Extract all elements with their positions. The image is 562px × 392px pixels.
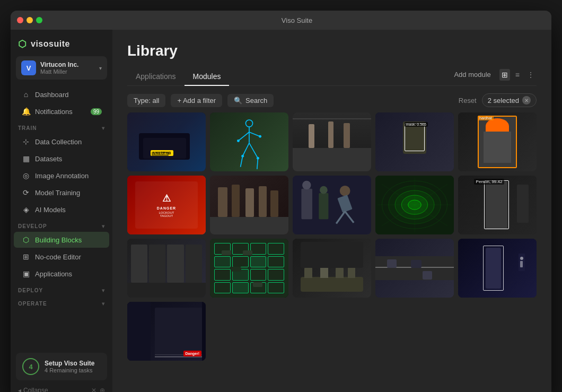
collapse-bar[interactable]: ◂ Collapse ✕ ⊕ <box>11 382 112 392</box>
setup-info: Setup Viso Suite 4 Remaining tasks <box>45 360 94 373</box>
selected-badge: 2 selected ✕ <box>482 93 537 107</box>
sidebar: ⬡ visosuite V Virtucon Inc. Matt Miller … <box>11 30 112 392</box>
sidebar-item-image-annotation[interactable]: ◎ Image Annotation <box>14 168 109 184</box>
sidebar-item-data-collection[interactable]: ⊹ Data Collection <box>14 134 109 150</box>
module-grid: LX17PYB LX17PYB <box>127 112 537 361</box>
svg-point-0 <box>245 120 252 127</box>
svg-point-8 <box>237 140 240 142</box>
logo-icon: ⬡ <box>18 38 27 50</box>
grid-item-8[interactable] <box>293 176 371 234</box>
grid-item-6[interactable]: ⚠ DANGER LOCKOUT TAGOUT <box>127 176 206 234</box>
account-switcher[interactable]: V Virtucon Inc. Matt Miller ▾ <box>16 56 107 80</box>
sidebar-item-label: Model Training <box>35 189 80 197</box>
section-deploy: DEPLOY ▾ <box>11 282 112 295</box>
svg-line-3 <box>249 132 260 136</box>
sidebar-bottom: 4 Setup Viso Suite 4 Remaining tasks <box>11 347 112 382</box>
svg-rect-15 <box>319 193 328 219</box>
setup-title: Setup Viso Suite <box>45 360 94 367</box>
training-icon: ⟳ <box>21 188 31 197</box>
svg-line-2 <box>238 132 249 141</box>
type-filter[interactable]: Type: all <box>127 94 165 107</box>
grid-item-3[interactable] <box>293 112 371 171</box>
sidebar-item-label: Applications <box>35 270 72 278</box>
sidebar-item-label: Datasets <box>35 155 62 163</box>
sidebar-item-label: AI Models <box>35 206 66 214</box>
grid-item-13[interactable] <box>293 239 371 298</box>
grid-item-2[interactable] <box>210 112 288 171</box>
editor-icon: ⊞ <box>21 252 31 261</box>
grid-item-9[interactable] <box>375 176 454 234</box>
tab-applications[interactable]: Applications <box>127 68 185 86</box>
svg-point-9 <box>259 135 261 138</box>
app-body: ⬡ visosuite V Virtucon Inc. Matt Miller … <box>11 30 551 392</box>
sidebar-controls: ✕ ⊕ <box>91 387 105 392</box>
grid-item-4[interactable]: mask: 0.565 <box>375 112 454 171</box>
add-module-button[interactable]: Add module <box>450 68 495 81</box>
svg-rect-13 <box>301 189 312 220</box>
data-collection-icon: ⊹ <box>21 137 31 146</box>
collapse-label: ◂ Collapse <box>18 387 48 392</box>
page-title: Library <box>127 42 537 59</box>
sidebar-item-notifications[interactable]: 🔔 Notifications 99 <box>14 103 109 119</box>
sidebar-item-label: Notifications <box>35 108 73 116</box>
dashboard-icon: ⌂ <box>21 90 31 99</box>
add-filter-button[interactable]: + Add a filter <box>171 94 222 107</box>
sidebar-item-building-blocks[interactable]: ⬡ Building Blocks <box>14 232 109 248</box>
logo-text: visosuite <box>31 39 70 49</box>
account-user: Matt Miller <box>40 68 95 75</box>
grid-item-14[interactable] <box>375 239 454 298</box>
section-operate: OPERATE ▾ <box>11 295 112 309</box>
module-grid-container: LX17PYB LX17PYB <box>112 112 551 392</box>
datasets-icon: ▦ <box>21 154 31 163</box>
chevron-down-icon-3: ▾ <box>102 288 105 293</box>
tab-actions: Add module ⊞ ≡ ⋮ <box>450 68 537 85</box>
sidebar-item-label: Image Annotation <box>35 172 89 180</box>
grid-item-7[interactable] <box>210 176 288 234</box>
chevron-left-icon: ◂ <box>18 387 21 392</box>
sidebar-item-dashboard[interactable]: ⌂ Dashboard <box>14 86 109 102</box>
tab-modules[interactable]: Modules <box>185 68 230 86</box>
ai-models-icon: ◈ <box>21 205 31 214</box>
svg-line-5 <box>249 143 258 159</box>
setup-card[interactable]: 4 Setup Viso Suite 4 Remaining tasks <box>16 353 107 380</box>
grid-item-1[interactable]: LX17PYB LX17PYB <box>127 112 206 171</box>
close-button[interactable] <box>17 17 23 23</box>
sidebar-control-2[interactable]: ⊕ <box>100 387 105 392</box>
sidebar-item-ai-models[interactable]: ◈ AI Models <box>14 202 109 217</box>
main-content: Library Applications Modules Add module … <box>112 30 551 392</box>
grid-item-12[interactable] <box>210 239 288 298</box>
svg-point-10 <box>241 155 244 158</box>
sidebar-item-model-training[interactable]: ⟳ Model Training <box>14 185 109 201</box>
grid-item-10[interactable]: Person, 99.42 <box>458 176 537 234</box>
sidebar-item-datasets[interactable]: ▦ Datasets <box>14 151 109 167</box>
minimize-button[interactable] <box>27 17 33 23</box>
svg-point-16 <box>320 186 328 194</box>
sidebar-control-1[interactable]: ✕ <box>91 387 96 392</box>
svg-point-17 <box>340 186 350 196</box>
bell-icon: 🔔 <box>21 107 31 116</box>
grid-item-5[interactable]: hardhat <box>458 112 537 171</box>
svg-line-4 <box>243 143 249 156</box>
sidebar-item-applications[interactable]: ▣ Applications <box>14 266 109 282</box>
search-button[interactable]: 🔍 Search <box>227 94 274 107</box>
grid-item-15[interactable] <box>458 239 537 298</box>
tabs-bar: Applications Modules Add module ⊞ ≡ ⋮ <box>127 68 537 86</box>
grid-item-11[interactable] <box>127 239 206 298</box>
account-info: Virtucon Inc. Matt Miller <box>40 61 95 75</box>
chevron-down-icon-4: ▾ <box>102 301 105 307</box>
clear-selection-button[interactable]: ✕ <box>522 96 531 104</box>
traffic-lights <box>17 17 42 23</box>
more-options-button[interactable]: ⋮ <box>525 69 537 81</box>
sidebar-item-no-code-editor[interactable]: ⊞ No-code Editor <box>14 249 109 265</box>
sidebar-logo: ⬡ visosuite <box>11 30 112 56</box>
chevron-down-icon: ▾ <box>99 65 102 71</box>
view-toggle: ⊞ ≡ ⋮ <box>499 69 537 81</box>
section-develop: DEVELOP ▾ <box>11 218 112 231</box>
sidebar-item-label: Building Blocks <box>35 236 82 244</box>
grid-view-button[interactable]: ⊞ <box>499 69 510 81</box>
list-view-button[interactable]: ≡ <box>513 69 522 81</box>
grid-item-16[interactable]: Danger! <box>127 302 206 361</box>
maximize-button[interactable] <box>36 17 42 23</box>
reset-button[interactable]: Reset <box>459 97 477 104</box>
filter-right: Reset 2 selected ✕ <box>459 93 537 107</box>
